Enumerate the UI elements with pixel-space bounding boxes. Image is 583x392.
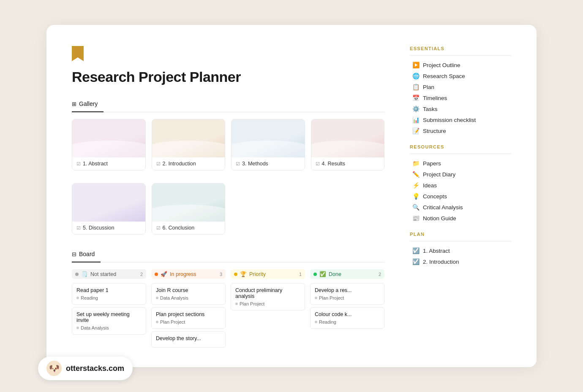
sidebar-item-concepts[interactable]: 💡 Concepts — [410, 191, 511, 201]
sidebar-item-submission[interactable]: 📊 Submission checklist — [410, 115, 511, 125]
card-check-icon-2: ☑ — [156, 161, 161, 167]
plan-icon: 📋 — [412, 84, 420, 90]
research-space-icon: 🌐 — [412, 73, 420, 79]
card-tag-reading-2: Reading — [315, 319, 380, 324]
card-thumb-3 — [232, 119, 305, 157]
timelines-icon: 📅 — [412, 95, 420, 101]
sidebar-item-ideas[interactable]: ⚡ Ideas — [410, 180, 511, 190]
sidebar-item-timelines[interactable]: 📅 Timelines — [410, 93, 511, 103]
gallery-card-abstract[interactable]: ☑ 1. Abstract — [72, 119, 146, 170]
gallery-card-results[interactable]: ☑ 4. Results — [311, 119, 385, 170]
col-icon-in-progress: 🚀 — [161, 271, 167, 277]
card-tag-plan-project-2: Plan Project — [235, 301, 300, 306]
board-icon: ⊟ — [72, 251, 76, 257]
tasks-icon: ⚙️ — [412, 105, 420, 112]
concepts-icon: 💡 — [412, 193, 420, 200]
tag-dot-5 — [235, 303, 238, 305]
card-label-6: ☑ 6. Conclusion — [152, 222, 225, 234]
tag-dot-6 — [315, 297, 317, 299]
critical-analysis-icon: 🔍 — [412, 204, 420, 211]
divider-plan — [410, 241, 511, 241]
sidebar-section-resources: RESOURCES — [410, 144, 511, 149]
sidebar-item-project-outline[interactable]: ▶️ Project Outline — [410, 60, 511, 70]
board-card-develop-res[interactable]: Develop a res... Plan Project — [310, 283, 384, 305]
sidebar-section-plan: PLAN — [410, 232, 511, 237]
col-dot-not-started — [75, 273, 79, 276]
column-header-in-progress: 🚀 In progress 3 — [151, 269, 226, 279]
sidebar-item-notion-guide[interactable]: 📰 Notion Guide — [410, 213, 511, 223]
column-priority: 🏆 Priority 1 Conduct preliminary analysi… — [231, 269, 305, 350]
card-tag-plan-project-1: Plan Project — [156, 319, 221, 324]
board-card-story[interactable]: Develop the story... — [151, 331, 226, 348]
card-title-colour-code: Colour code k... — [315, 311, 380, 317]
ideas-icon: ⚡ — [412, 182, 420, 189]
column-done: ✅ Done 2 Develop a res... Plan Project C… — [310, 269, 384, 350]
board-card-meeting-invite[interactable]: Set up weekly meeting invite Data Analys… — [72, 307, 146, 335]
card-check-icon-1: ☑ — [76, 161, 81, 167]
gallery-grid-row2: ☑ 5. Discussion ☑ 6. Conclusion — [72, 183, 384, 235]
gallery-card-conclusion[interactable]: ☑ 6. Conclusion — [152, 183, 226, 235]
page-title: Research Project Planner — [72, 69, 384, 85]
divider-essentials — [410, 55, 511, 56]
board-card-join-r[interactable]: Join R course Data Analysis — [151, 283, 226, 305]
col-label-priority: Priority — [249, 271, 266, 277]
board-card-preliminary[interactable]: Conduct preliminary analysis Plan Projec… — [231, 283, 305, 311]
gallery-card-discussion[interactable]: ☑ 5. Discussion — [72, 183, 146, 235]
sidebar-item-project-diary[interactable]: ✏️ Project Diary — [410, 169, 511, 179]
card-label-3: ☑ 3. Methods — [232, 157, 305, 170]
card-title-join-r: Join R course — [156, 287, 221, 293]
sidebar-item-abstract-plan[interactable]: ☑️ 1. Abstract — [410, 246, 511, 256]
tag-dot-4 — [156, 321, 158, 323]
col-icon-not-started: 🗒️ — [81, 271, 88, 277]
col-dot-in-progress — [155, 273, 158, 276]
sidebar-item-tasks[interactable]: ⚙️ Tasks — [410, 104, 511, 114]
card-title-read-paper: Read paper 1 — [76, 287, 142, 293]
col-count-priority: 1 — [299, 272, 302, 277]
watermark: 🐶 otterstacks.com — [38, 357, 133, 380]
project-diary-icon: ✏️ — [412, 171, 420, 178]
gallery-card-introduction[interactable]: ☑ 2. Introduction — [152, 119, 226, 170]
card-thumb-4 — [311, 119, 384, 157]
column-header-done: ✅ Done 2 — [310, 269, 384, 279]
page-icon — [72, 46, 84, 61]
card-thumb-6 — [152, 184, 225, 222]
gallery-grid-row1: ☑ 1. Abstract ☑ 2. Introduction ☑ 3. M — [72, 119, 384, 170]
view-tabs: ⊞ Gallery — [72, 97, 384, 112]
tab-board[interactable]: ⊟ Board — [72, 247, 101, 262]
col-count-in-progress: 3 — [220, 272, 222, 277]
card-title-plan-sections: Plan project sections — [156, 311, 221, 317]
card-tag-plan-project-3: Plan Project — [315, 295, 380, 300]
sidebar-item-papers[interactable]: 📁 Papers — [410, 158, 511, 168]
card-check-icon-5: ☑ — [76, 225, 81, 231]
tag-dot-7 — [315, 321, 317, 323]
col-count-not-started: 2 — [140, 272, 143, 277]
structure-icon: 📝 — [412, 127, 420, 134]
tag-dot-1 — [76, 297, 79, 299]
sidebar-item-introduction-plan[interactable]: ☑️ 2. Introduction — [410, 257, 511, 267]
gallery-card-methods[interactable]: ☑ 3. Methods — [231, 119, 305, 170]
board-card-read-paper[interactable]: Read paper 1 Reading — [72, 283, 146, 305]
board-tab-row: ⊟ Board — [72, 247, 384, 262]
tab-gallery[interactable]: ⊞ Gallery — [72, 97, 104, 112]
card-tag-data-analysis-1: Data Analysis — [76, 325, 142, 330]
column-header-not-started: 🗒️ Not started 2 — [72, 269, 146, 279]
sidebar: ESSENTIALS ▶️ Project Outline 🌐 Research… — [410, 46, 511, 350]
watermark-text: otterstacks.com — [66, 364, 124, 373]
col-dot-priority — [234, 273, 237, 276]
sidebar-item-plan[interactable]: 📋 Plan — [410, 82, 511, 92]
col-icon-done: ✅ — [319, 271, 326, 277]
sidebar-section-essentials: ESSENTIALS — [410, 46, 511, 51]
main-window: Research Project Planner ⊞ Gallery ☑ 1. … — [46, 25, 537, 367]
sidebar-item-structure[interactable]: 📝 Structure — [410, 126, 511, 136]
card-label-4: ☑ 4. Results — [311, 157, 384, 170]
card-check-icon-4: ☑ — [316, 161, 320, 167]
board-card-colour-code[interactable]: Colour code k... Reading — [310, 307, 384, 329]
sidebar-item-critical-analysis[interactable]: 🔍 Critical Analysis — [410, 202, 511, 212]
watermark-avatar: 🐶 — [46, 361, 62, 376]
column-header-priority: 🏆 Priority 1 — [231, 269, 305, 279]
board-card-plan-sections[interactable]: Plan project sections Plan Project — [151, 307, 226, 329]
sidebar-item-research-space[interactable]: 🌐 Research Space — [410, 71, 511, 81]
divider-resources — [410, 154, 511, 154]
card-label-2: ☑ 2. Introduction — [152, 157, 225, 170]
card-title-meeting-invite: Set up weekly meeting invite — [76, 311, 142, 323]
